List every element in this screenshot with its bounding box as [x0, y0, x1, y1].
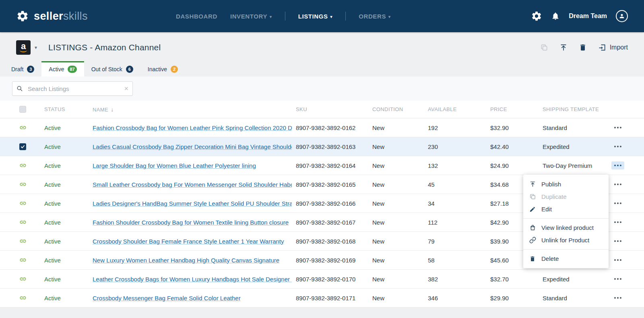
- duplicate-button[interactable]: [540, 43, 548, 52]
- available-value: 192: [424, 124, 486, 131]
- nav-separator: [285, 12, 285, 21]
- nav-orders[interactable]: ORDERS▾: [359, 13, 390, 20]
- tab-out-of-stock[interactable]: Out of Stock 6: [84, 61, 140, 76]
- linked-product-icon[interactable]: [19, 124, 27, 131]
- row-actions-button[interactable]: [611, 124, 624, 132]
- row-actions-button[interactable]: [611, 180, 624, 188]
- linked-product-icon[interactable]: [19, 256, 27, 264]
- table-row: Active Fashion Crossbody Bag for Women L…: [0, 118, 644, 137]
- unlink-icon: [529, 237, 537, 244]
- price-value: $32.90: [486, 124, 539, 131]
- row-actions-button[interactable]: [611, 237, 624, 245]
- row-actions-button[interactable]: [611, 161, 624, 169]
- amazon-letter: a: [21, 42, 26, 51]
- menu-item-duplicate[interactable]: Duplicate: [523, 190, 609, 203]
- menu-item-publish[interactable]: Publish: [523, 178, 609, 190]
- table-row: Active Large Shoulder Bag for Women Blue…: [0, 156, 644, 175]
- page-header: a ▾ LISTINGS - Amazon Channel Import: [0, 32, 644, 61]
- listing-name-link[interactable]: Ladies Designer's HandBag Summer Style L…: [93, 200, 292, 207]
- available-value: 45: [424, 181, 486, 188]
- available-value: 346: [424, 295, 486, 301]
- brand[interactable]: sellerskills: [16, 10, 88, 23]
- shipping-template-value: Two-Day Premium: [539, 162, 606, 169]
- row-actions-button[interactable]: [611, 142, 624, 151]
- search-input[interactable]: [27, 85, 120, 93]
- status-label: Active: [40, 276, 89, 283]
- sku-value: 8907-9382-3892-0169: [292, 257, 368, 264]
- row-actions-button[interactable]: [611, 256, 624, 264]
- brand-gear-icon: [16, 10, 29, 23]
- import-button[interactable]: Import: [598, 43, 628, 52]
- notifications-bell-icon[interactable]: [551, 12, 560, 21]
- row-actions-button[interactable]: [611, 218, 624, 226]
- sku-value: 8907-9382-3892-0170: [292, 276, 368, 283]
- page-title: LISTINGS - Amazon Channel: [48, 43, 161, 52]
- column-header-name[interactable]: NAME↓: [89, 106, 292, 113]
- column-header-available[interactable]: AVAILABLE: [424, 106, 486, 112]
- tab-inactive[interactable]: Inactive 2: [140, 61, 185, 76]
- menu-divider: [523, 218, 609, 219]
- column-header-sku[interactable]: SKU: [292, 106, 368, 112]
- available-value: 132: [424, 162, 486, 169]
- linked-product-icon[interactable]: [19, 294, 27, 301]
- row-actions-button[interactable]: [611, 199, 624, 207]
- linked-product-icon[interactable]: [19, 275, 27, 283]
- condition-value: New: [368, 276, 424, 283]
- listing-name-link[interactable]: Ladies Casual Crossbody Bag Zipper Decor…: [93, 143, 292, 150]
- navbar-right: Dream Team: [531, 0, 628, 32]
- clear-search-icon[interactable]: ×: [124, 85, 128, 92]
- search-strip: ×: [0, 76, 644, 101]
- linked-product-icon[interactable]: [19, 162, 27, 169]
- select-all-checkbox[interactable]: [19, 106, 26, 113]
- column-header-status[interactable]: STATUS: [40, 106, 89, 112]
- row-actions-button[interactable]: [611, 275, 624, 283]
- nav-separator: [345, 12, 346, 21]
- nav-listings[interactable]: LISTINGS▾: [298, 13, 333, 20]
- amazon-smile-icon: [20, 50, 27, 52]
- sku-value: 8907-9382-3892-0166: [292, 200, 368, 207]
- tab-draft[interactable]: Draft 3: [4, 61, 41, 76]
- delete-button[interactable]: [579, 43, 587, 52]
- brand-mark-icon[interactable]: [531, 10, 542, 22]
- top-navbar: sellerskills DASHBOARD INVENTORY▾ LISTIN…: [0, 0, 644, 32]
- user-avatar[interactable]: [616, 10, 628, 22]
- menu-item-edit[interactable]: Edit: [523, 203, 609, 215]
- column-header-price[interactable]: PRICE: [486, 106, 539, 112]
- listing-name-link[interactable]: Fashion Shoulder Crossbody Bag for Women…: [93, 219, 289, 226]
- linked-product-icon[interactable]: [19, 181, 27, 188]
- price-value: $29.90: [486, 295, 539, 301]
- publish-button[interactable]: [559, 43, 568, 52]
- edit-pencil-icon: [529, 206, 537, 213]
- listing-name-link[interactable]: Crossbody Messenger Bag Female Solid Col…: [93, 295, 241, 301]
- shipping-template-value: Expedited: [539, 143, 606, 150]
- listing-name-link[interactable]: Crossbody Shoulder Bag Female France Sty…: [93, 238, 284, 245]
- sku-value: 8907-9382-3892-0163: [292, 143, 368, 150]
- linked-product-icon[interactable]: [19, 200, 27, 207]
- status-label: Active: [40, 295, 89, 301]
- menu-item-delete[interactable]: Delete: [523, 252, 609, 265]
- listing-name-link[interactable]: Fashion Crossbody Bag for Women Leather …: [93, 124, 292, 131]
- row-checkbox[interactable]: [19, 143, 26, 150]
- column-header-condition[interactable]: CONDITION: [368, 106, 424, 112]
- row-actions-button[interactable]: [611, 294, 624, 302]
- tab-active[interactable]: Active 87: [41, 61, 84, 76]
- listing-name-link[interactable]: Large Shoulder Bag for Women Blue Leathe…: [93, 162, 256, 169]
- menu-item-unlink-for-product[interactable]: Unlink for Product: [523, 234, 609, 246]
- listing-name-link[interactable]: Small Leather Crossbody bag For Women Me…: [93, 181, 292, 188]
- listing-name-link[interactable]: New Luxury Women Leather Handbag High Qu…: [93, 257, 279, 264]
- menu-item-view-linked-product[interactable]: View linked product: [523, 221, 609, 234]
- brand-name-light: skills: [63, 10, 88, 22]
- listing-name-link[interactable]: Leather Crossbody Bags for Women Luxury …: [93, 276, 292, 283]
- sort-desc-icon[interactable]: ↓: [111, 106, 114, 113]
- shipping-template-value: Expedited: [539, 276, 606, 283]
- nav-dashboard[interactable]: DASHBOARD: [176, 13, 217, 20]
- column-header-shipping-template[interactable]: SHIPPING TEMPLATE: [539, 106, 606, 112]
- nav-inventory[interactable]: INVENTORY▾: [230, 13, 272, 20]
- linked-product-icon[interactable]: [19, 237, 27, 245]
- brand-name-bold: seller: [34, 10, 63, 22]
- linked-product-icon[interactable]: [19, 219, 27, 226]
- channel-dropdown-caret-icon[interactable]: ▾: [35, 45, 37, 50]
- amazon-channel-icon[interactable]: a: [16, 40, 31, 55]
- sku-value: 8907-9382-3892-0168: [292, 238, 368, 245]
- status-tabs: Draft 3 Active 87 Out of Stock 6 Inactiv…: [0, 61, 644, 76]
